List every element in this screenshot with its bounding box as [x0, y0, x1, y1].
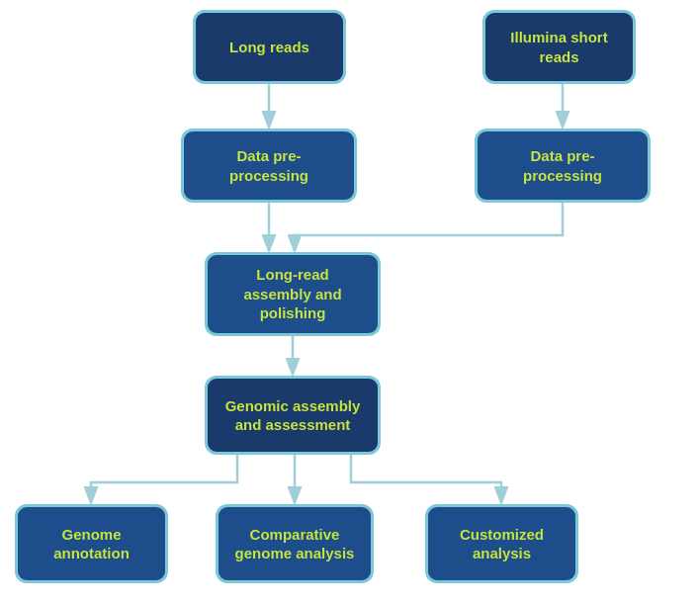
- illumina-box: Illumina short reads: [482, 10, 636, 84]
- flow-diagram: Long reads Illumina short reads Data pre…: [0, 0, 700, 602]
- assembly-box: Long-read assembly and polishing: [205, 252, 381, 336]
- preproc-left-box: Data pre-processing: [181, 129, 357, 203]
- genome-annotation-box: Genome annotation: [15, 504, 168, 583]
- preproc-right-box: Data pre-processing: [475, 129, 651, 203]
- comparative-box: Comparative genome analysis: [216, 504, 374, 583]
- long-reads-box: Long reads: [193, 10, 346, 84]
- genomic-box: Genomic assembly and assessment: [205, 376, 381, 455]
- customized-box: Customized analysis: [425, 504, 578, 583]
